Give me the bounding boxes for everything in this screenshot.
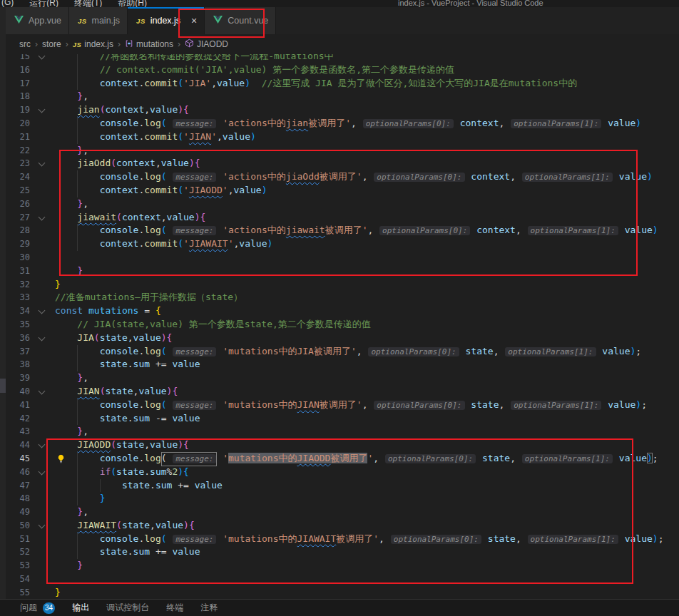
code-line[interactable]: 38state.sum += value bbox=[0, 358, 679, 371]
code-token: context bbox=[122, 212, 161, 222]
code-line[interactable]: 52state.sum += value bbox=[0, 545, 679, 559]
code-line[interactable]: 18}, bbox=[0, 90, 679, 103]
code-token: , bbox=[516, 533, 527, 544]
symbol-icon bbox=[185, 38, 194, 50]
tab-app-vue[interactable]: App.vue bbox=[6, 7, 69, 34]
code-token: . bbox=[128, 359, 133, 369]
panel-tab-注释[interactable]: 注释 bbox=[200, 602, 218, 614]
tab-main-js[interactable]: JSmain.js bbox=[69, 7, 128, 34]
code-line[interactable]: 24console.log( message: 'actions中的jiaOdd… bbox=[0, 170, 679, 184]
code-line[interactable]: 41console.log( message: 'mutations中的JIAN… bbox=[0, 399, 679, 412]
code-token bbox=[602, 118, 608, 128]
code-line[interactable]: 30 bbox=[0, 251, 679, 265]
code-line[interactable]: 31} bbox=[0, 265, 679, 278]
code-text: } bbox=[55, 586, 61, 599]
code-line[interactable]: 29context.commit('JIAWAIT',value) bbox=[0, 237, 679, 251]
code-token: optionalParams[1]: bbox=[522, 173, 613, 182]
menu-item[interactable]: 帮助(H) bbox=[118, 0, 147, 7]
code-line[interactable]: 45console.log( message: 'mutations中的JIAO… bbox=[0, 452, 679, 466]
code-token: message: bbox=[173, 454, 216, 463]
code-line[interactable]: 34const mutations = { bbox=[0, 304, 679, 318]
code-line[interactable]: 16// context.commit('JIA',value) 第一个参数是函… bbox=[0, 63, 679, 77]
code-token: ' bbox=[228, 238, 234, 249]
breadcrumb-separator: › bbox=[35, 39, 38, 49]
tab-count-vue[interactable]: Count.vue bbox=[205, 7, 276, 34]
breadcrumb-separator: › bbox=[66, 39, 68, 49]
code-token: // JIA(state,value) 第一个参数是state,第二个参数是传递… bbox=[77, 319, 371, 329]
code-editor[interactable]: 15//将函数名和传递的参数提交给下一流程-mutations中16// con… bbox=[0, 54, 679, 599]
menu-item[interactable]: (G) bbox=[1, 0, 14, 7]
code-text: console.log( message: 'mutations中的JIA被调用… bbox=[55, 345, 641, 359]
fold-chevron-icon[interactable] bbox=[39, 54, 46, 59]
scroll-marker[interactable] bbox=[0, 379, 6, 393]
fold-chevron-icon[interactable] bbox=[39, 468, 46, 475]
panel-tab-问题[interactable]: 问题34 bbox=[20, 602, 55, 614]
code-line[interactable]: 19jian(context,value){ bbox=[0, 103, 679, 117]
code-text: const mutations = { bbox=[55, 304, 161, 318]
fold-chevron-icon[interactable] bbox=[39, 160, 46, 167]
code-line[interactable]: 50JIAWAIT(state,value){ bbox=[0, 519, 679, 533]
fold-chevron-icon[interactable] bbox=[39, 387, 46, 394]
code-line[interactable]: 47state.sum += value bbox=[0, 479, 679, 493]
code-line[interactable]: 25context.commit('JIAODD',value) bbox=[0, 184, 679, 197]
code-line[interactable]: 37console.log( message: 'mutations中的JIA被… bbox=[0, 345, 679, 359]
breadcrumb-separator: › bbox=[178, 39, 180, 49]
code-line[interactable]: 44JIAODD(state,value){ bbox=[0, 438, 679, 452]
fold-chevron-icon[interactable] bbox=[39, 441, 46, 448]
fold-chevron-icon[interactable] bbox=[39, 106, 46, 113]
code-line[interactable]: 35// JIA(state,value) 第一个参数是state,第二个参数是… bbox=[0, 318, 679, 332]
code-line[interactable]: 40JIAN(state,value){ bbox=[0, 385, 679, 399]
code-text: console.log( message: 'mutations中的JIAODD… bbox=[55, 452, 658, 466]
code-line[interactable]: 28console.log( message: 'actions中的jiawai… bbox=[0, 224, 679, 237]
code-line[interactable]: 23jiaOdd(context,value){ bbox=[0, 157, 679, 170]
panel-tab-调试控制台[interactable]: 调试控制台 bbox=[106, 602, 149, 614]
breadcrumb-item-jiaodd[interactable]: JIAODD bbox=[185, 38, 228, 50]
tab-close-icon[interactable]: × bbox=[191, 16, 197, 26]
code-line[interactable]: 36JIA(state,value){ bbox=[0, 332, 679, 345]
breadcrumb-item-src[interactable]: src bbox=[19, 39, 31, 49]
code-token: ) bbox=[653, 533, 658, 544]
fold-chevron-icon[interactable] bbox=[39, 213, 46, 220]
code-token: JIAN bbox=[77, 386, 99, 396]
code-line[interactable]: 27jiawait(context,value){ bbox=[0, 211, 679, 225]
code-line[interactable]: 32} bbox=[0, 278, 679, 292]
breadcrumb-item-index.js[interactable]: JSindex.js bbox=[73, 39, 113, 49]
code-line[interactable]: 54 bbox=[0, 573, 679, 586]
code-line[interactable]: 39}, bbox=[0, 371, 679, 385]
code-token: . bbox=[128, 546, 133, 557]
indent-guide bbox=[77, 224, 78, 237]
breadcrumb-item-store[interactable]: store bbox=[42, 39, 61, 49]
breadcrumb-item-mutations[interactable]: mutations bbox=[125, 39, 173, 50]
menu-item[interactable]: 运行(R) bbox=[29, 0, 58, 7]
panel-tab-终端[interactable]: 终端 bbox=[166, 602, 183, 614]
code-token bbox=[167, 533, 173, 544]
tab-index-js[interactable]: JSindex.js× bbox=[128, 7, 205, 34]
fold-chevron-icon[interactable] bbox=[39, 334, 46, 341]
code-token: sum bbox=[133, 546, 150, 557]
code-line[interactable]: 33//准备mutations—用于操作数据（state） bbox=[0, 291, 679, 304]
fold-chevron-icon[interactable] bbox=[39, 307, 46, 314]
code-token: ( bbox=[94, 332, 100, 343]
code-token: message: bbox=[173, 226, 216, 235]
code-line[interactable]: 17context.commit('JIA',value) //这里写成 JIA… bbox=[0, 77, 679, 91]
menu-item[interactable]: 终端(T) bbox=[74, 0, 102, 7]
code-line[interactable]: 15//将函数名和传递的参数提交给下一流程-mutations中 bbox=[0, 54, 679, 63]
indent-guide bbox=[77, 184, 78, 197]
code-line[interactable]: 22}, bbox=[0, 144, 679, 158]
code-line[interactable]: 43}, bbox=[0, 425, 679, 438]
code-line[interactable]: 51console.log( message: 'mutations中的JIAW… bbox=[0, 533, 679, 546]
code-line[interactable]: 20console.log( message: 'actions中的jian被调… bbox=[0, 117, 679, 130]
code-line[interactable]: 46if(state.sum%2){ bbox=[0, 466, 679, 479]
code-line[interactable]: 21context.commit('JIAN',value) bbox=[0, 130, 679, 144]
fold-chevron-icon[interactable] bbox=[39, 521, 46, 528]
code-line[interactable]: 49}, bbox=[0, 505, 679, 519]
panel-tab-输出[interactable]: 输出 bbox=[72, 602, 89, 614]
code-line[interactable]: 53} bbox=[0, 559, 679, 573]
code-token: context bbox=[100, 185, 139, 195]
code-line[interactable]: 42state.sum -= value bbox=[0, 412, 679, 426]
code-token: optionalParams[0]: bbox=[379, 226, 470, 235]
code-token: state bbox=[471, 399, 499, 410]
code-line[interactable]: 48} bbox=[0, 492, 679, 505]
code-line[interactable]: 55} bbox=[0, 586, 679, 599]
code-line[interactable]: 26}, bbox=[0, 197, 679, 211]
